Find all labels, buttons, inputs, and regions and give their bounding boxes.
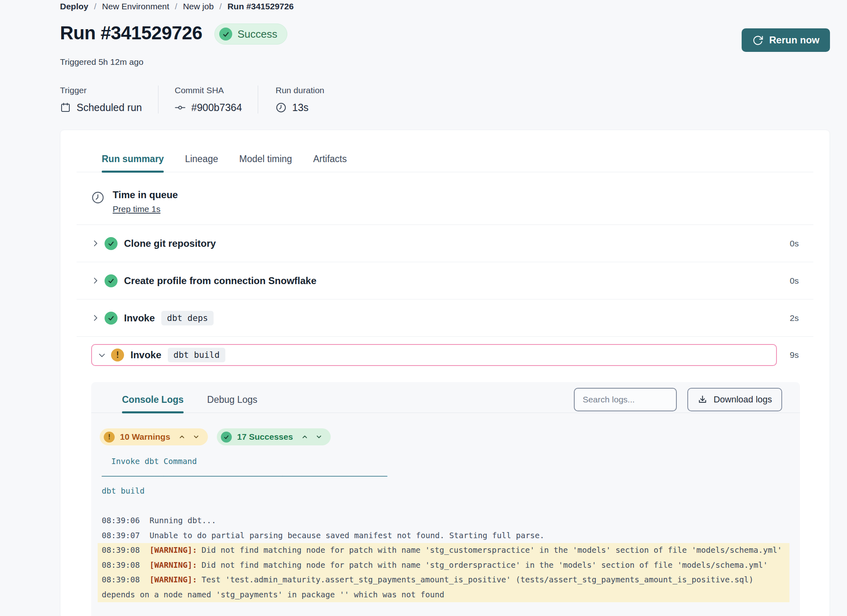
step-create-profile-snowflake[interactable]: Create profile from connection Snowflake… [77,262,813,299]
step-label: Invoke [130,349,161,361]
success-check-icon [221,432,232,443]
next-warning-chevron-down-icon[interactable] [192,433,200,441]
run-duration-label: Run duration [276,86,324,95]
rerun-now-button[interactable]: Rerun now [742,28,830,52]
warning-tag: [WARNING]: [150,545,197,555]
log-line-warning: 08:39:08[WARNING]:Did not find matching … [98,558,789,573]
chevron-right-icon[interactable] [91,276,100,285]
tab-run-summary[interactable]: Run summary [102,154,164,172]
time-in-queue-section: Time in queue Prep time 1s [60,172,830,214]
triggered-timestamp: Triggered 5h 12m ago [60,57,830,67]
breadcrumb-environment[interactable]: New Environment [102,2,169,11]
refresh-icon [752,35,763,46]
successes-badge-label: 17 Successes [237,432,293,442]
calendar-icon [60,102,71,113]
success-check-icon [105,312,118,325]
step-duration: 2s [790,313,799,323]
clock-icon [276,102,287,113]
logs-tabs: Console Logs Debug Logs [91,382,257,413]
tab-artifacts[interactable]: Artifacts [313,154,347,172]
success-check-icon [105,274,118,287]
step-invoke-dbt-build[interactable]: ! Invoke dbt build [91,344,777,366]
log-timestamp: 08:39:07 [102,531,140,540]
log-message: Did not find matching node for patch wit… [201,560,768,570]
log-timestamp: 08:39:06 [102,516,140,525]
log-line: 08:39:06Running dbt... [98,513,789,528]
step-invoke-dbt-deps[interactable]: Invoke dbt deps 2s [77,299,813,337]
log-line-blank [98,499,789,514]
run-summary-card: Run summary Lineage Model timing Artifac… [60,130,830,616]
download-logs-label: Download logs [714,394,772,405]
trigger-label: Trigger [60,86,158,95]
run-tabs: Run summary Lineage Model timing Artifac… [77,130,813,172]
step-duration: 0s [790,239,799,248]
time-in-queue-title: Time in queue [113,189,178,201]
next-success-chevron-down-icon[interactable] [315,433,323,441]
success-check-icon [105,237,118,250]
commit-sha-label: Commit SHA [175,86,258,95]
log-filter-badges: ! 10 Warnings 17 Successes [91,413,800,445]
tab-model-timing[interactable]: Model timing [239,154,292,172]
step-duration: 0s [790,276,799,286]
logs-panel: Console Logs Debug Logs Download logs ! … [91,382,800,616]
log-line: dbt build [98,484,789,499]
log-timestamp: 08:39:08 [102,575,140,584]
step-label: Create profile from connection Snowflake [124,275,317,287]
step-clone-git-repository[interactable]: Clone git repository 0s [77,225,813,262]
run-meta: Trigger Scheduled run Commit SHA #900b73… [60,86,830,113]
chevron-right-icon[interactable] [91,239,100,248]
step-invoke-dbt-build-row: ! Invoke dbt build 9s [77,344,813,366]
warning-icon: ! [104,432,115,443]
breadcrumb-separator: / [219,2,222,11]
log-line: Invoke dbt Command [98,454,789,469]
warning-tag: [WARNING]: [150,575,197,584]
trigger-value: Scheduled run [77,102,142,113]
warnings-badge[interactable]: ! 10 Warnings [100,428,208,445]
warning-icon: ! [111,349,124,361]
breadcrumb-deploy[interactable]: Deploy [60,2,88,11]
log-message: Running dbt... [150,516,216,525]
git-commit-icon [175,102,186,113]
clock-icon [91,189,105,214]
log-message: Unable to do partial parsing because sav… [150,531,544,540]
log-line-warning: 08:39:08[WARNING]:Test 'test.admin_matur… [98,573,789,602]
previous-success-chevron-up-icon[interactable] [301,433,308,441]
warning-tag: [WARNING]: [150,560,197,570]
log-message: Test 'test.admin_maturity.assert_stg_pay… [102,575,758,599]
successes-badge[interactable]: 17 Successes [217,428,331,445]
step-command-code: dbt build [168,348,225,362]
status-badge: Success [214,24,287,45]
breadcrumb-job[interactable]: New job [183,2,214,11]
breadcrumb: Deploy / New Environment / New job / Run… [60,2,830,11]
search-logs-input[interactable] [574,388,677,411]
step-command-code: dbt deps [161,311,214,325]
page-title: Run #341529726 [60,22,202,44]
breadcrumb-current-run: Run #341529726 [227,2,293,11]
chevron-right-icon[interactable] [91,314,100,322]
rerun-now-label: Rerun now [769,34,819,46]
step-label: Clone git repository [124,238,216,249]
step-label: Invoke [124,312,155,324]
breadcrumb-separator: / [175,2,178,11]
step-duration: 9s [784,350,799,360]
tab-lineage[interactable]: Lineage [185,154,218,172]
log-timestamp: 08:39:08 [102,545,140,555]
console-log-output: Invoke dbt Command ─────────────────────… [91,454,800,602]
download-logs-button[interactable]: Download logs [687,388,782,411]
commit-sha-value: #900b7364 [191,102,242,113]
breadcrumb-separator: / [94,2,96,11]
chevron-down-icon[interactable] [98,351,106,359]
log-line-separator: ────────────────────────────────────────… [98,469,789,484]
previous-warning-chevron-up-icon[interactable] [178,433,186,441]
log-message: Did not find matching node for patch wit… [201,545,782,555]
prep-time-link[interactable]: Prep time 1s [113,204,160,214]
warnings-badge-label: 10 Warnings [120,432,170,442]
log-timestamp: 08:39:08 [102,560,140,570]
log-line-warning: 08:39:08[WARNING]:Did not find matching … [98,543,789,558]
tab-debug-logs[interactable]: Debug Logs [207,394,257,413]
run-duration-value: 13s [292,102,308,113]
status-badge-label: Success [237,28,277,41]
page-header: Deploy / New Environment / New job / Run… [0,0,847,113]
download-icon [697,395,708,405]
tab-console-logs[interactable]: Console Logs [122,394,184,413]
